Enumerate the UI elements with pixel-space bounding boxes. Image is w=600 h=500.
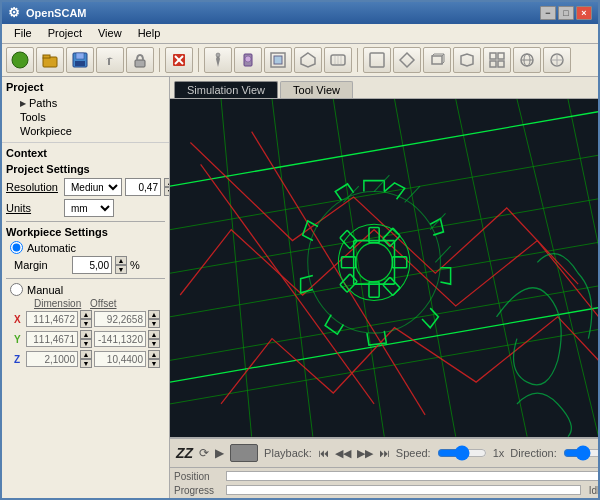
app-title: OpenSCAM — [26, 7, 538, 19]
x-dim-up-button[interactable]: ▲ — [80, 310, 92, 319]
x-off-down-button[interactable]: ▼ — [148, 319, 160, 328]
y-dim-up-button[interactable]: ▲ — [80, 330, 92, 339]
y-dim-down-button[interactable]: ▼ — [80, 339, 92, 348]
project-header: Project — [6, 81, 165, 93]
margin-down-button[interactable]: ▼ — [115, 265, 127, 274]
tool5-toolbar-button[interactable] — [324, 47, 352, 73]
y-dim-input[interactable] — [26, 331, 78, 347]
x-off-input[interactable] — [94, 311, 146, 327]
speed-slider[interactable] — [437, 447, 487, 459]
menu-file[interactable]: File — [6, 26, 40, 40]
x-dim-input[interactable] — [26, 311, 78, 327]
progress-section: Position Progress Idle — [170, 467, 600, 498]
refresh-icon[interactable]: ⟳ — [199, 446, 209, 460]
context-section: Context Project Settings Resolution Medi… — [2, 143, 169, 498]
resolution-down-button[interactable]: ▼ — [164, 187, 169, 196]
z-axis-label: Z — [14, 354, 24, 365]
new-toolbar-button[interactable] — [6, 47, 34, 73]
tab-tool[interactable]: Tool View — [280, 81, 353, 98]
open-toolbar-button[interactable] — [36, 47, 64, 73]
resolution-num-input[interactable] — [125, 178, 161, 196]
direction-slider[interactable] — [563, 447, 600, 459]
minimize-button[interactable]: − — [540, 6, 556, 20]
x-off-spinner: ▲ ▼ — [148, 310, 160, 328]
dim-col-headers: Dimension Offset — [6, 298, 165, 309]
pb-play-icon[interactable]: ▶▶ — [357, 447, 373, 460]
y-off-up-button[interactable]: ▲ — [148, 330, 160, 339]
margin-spinner: ▲ ▼ — [115, 256, 127, 274]
pb-start-icon[interactable]: ⏮ — [318, 447, 329, 459]
project-section: Project ▶ Paths Tools Workpiece — [2, 77, 169, 143]
tool2-toolbar-button[interactable] — [234, 47, 262, 73]
status-label: Idle — [589, 485, 600, 496]
tree-item-workpiece[interactable]: Workpiece — [6, 124, 165, 138]
tree-item-tools[interactable]: Tools — [6, 110, 165, 124]
units-label: Units — [6, 202, 61, 214]
resolution-up-button[interactable]: ▲ — [164, 178, 169, 187]
view2-toolbar-button[interactable] — [393, 47, 421, 73]
svg-point-12 — [245, 56, 251, 62]
automatic-radio[interactable] — [10, 241, 23, 254]
maximize-button[interactable]: □ — [558, 6, 574, 20]
pb-end-icon[interactable]: ⏭ — [379, 447, 390, 459]
view7-toolbar-button[interactable] — [543, 47, 571, 73]
tree-item-paths[interactable]: ▶ Paths — [6, 96, 165, 110]
view5-toolbar-button[interactable] — [483, 47, 511, 73]
svg-rect-24 — [498, 61, 504, 67]
menu-bar: File Project View Help — [2, 24, 598, 44]
divider-1 — [6, 221, 165, 222]
view6-toolbar-button[interactable] — [513, 47, 541, 73]
z-off-down-button[interactable]: ▼ — [148, 359, 160, 368]
svg-rect-23 — [490, 61, 496, 67]
margin-up-button[interactable]: ▲ — [115, 256, 127, 265]
project-settings-subheader: Project Settings — [6, 163, 165, 175]
z-dim-input[interactable] — [26, 351, 78, 367]
y-off-down-button[interactable]: ▼ — [148, 339, 160, 348]
view1-toolbar-button[interactable] — [363, 47, 391, 73]
manual-label: Manual — [27, 284, 63, 296]
toolbar — [2, 44, 598, 78]
units-select[interactable]: mm inch — [64, 199, 114, 217]
stop-toolbar-button[interactable] — [165, 47, 193, 73]
dim-y-row: Y ▲ ▼ ▲ ▼ — [6, 330, 165, 348]
scene-svg — [170, 99, 600, 437]
svg-rect-21 — [490, 53, 496, 59]
y-off-input[interactable] — [94, 331, 146, 347]
menu-project[interactable]: Project — [40, 26, 90, 40]
toolbar-separator-2 — [198, 48, 199, 72]
3d-viewport[interactable] — [170, 99, 600, 437]
menu-view[interactable]: View — [90, 26, 130, 40]
z-dim-down-button[interactable]: ▼ — [80, 359, 92, 368]
menu-help[interactable]: Help — [130, 26, 169, 40]
close-button[interactable]: × — [576, 6, 592, 20]
svg-rect-22 — [498, 53, 504, 59]
playback-handle[interactable] — [230, 444, 258, 462]
undo-toolbar-button[interactable] — [96, 47, 124, 73]
dim-col-header: Dimension — [34, 298, 86, 309]
z-off-input[interactable] — [94, 351, 146, 367]
lock-toolbar-button[interactable] — [126, 47, 154, 73]
z-dim-up-button[interactable]: ▲ — [80, 350, 92, 359]
automatic-label: Automatic — [27, 242, 76, 254]
resolution-select[interactable]: Medium Low High Very High — [64, 178, 122, 196]
offset-col-header: Offset — [90, 298, 142, 309]
tool1-toolbar-button[interactable] — [204, 47, 232, 73]
tab-simulation[interactable]: Simulation View — [174, 81, 278, 98]
view4-toolbar-button[interactable] — [453, 47, 481, 73]
x-dim-down-button[interactable]: ▼ — [80, 319, 92, 328]
play-icon[interactable]: ▶ — [215, 446, 224, 460]
toolbar-separator-1 — [159, 48, 160, 72]
margin-row: Margin ▲ ▼ % — [6, 256, 165, 274]
pb-prev-icon[interactable]: ◀◀ — [335, 447, 351, 460]
svg-point-0 — [12, 52, 28, 68]
margin-input[interactable] — [72, 256, 112, 274]
save-toolbar-button[interactable] — [66, 47, 94, 73]
view3-toolbar-button[interactable] — [423, 47, 451, 73]
manual-radio[interactable] — [10, 283, 23, 296]
x-off-up-button[interactable]: ▲ — [148, 310, 160, 319]
position-row: Position — [174, 469, 600, 483]
z-off-up-button[interactable]: ▲ — [148, 350, 160, 359]
tool3-toolbar-button[interactable] — [264, 47, 292, 73]
y-dim-spinner: ▲ ▼ — [80, 330, 92, 348]
tool4-toolbar-button[interactable] — [294, 47, 322, 73]
